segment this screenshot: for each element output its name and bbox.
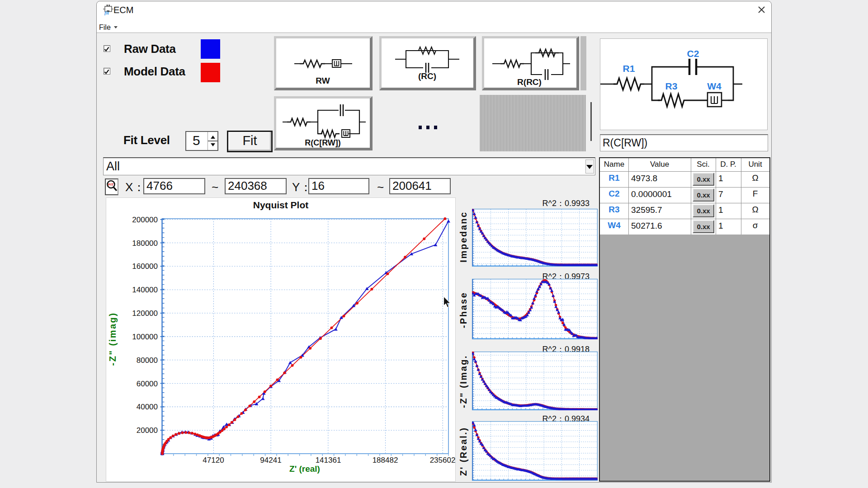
svg-text:(RC): (RC) [418, 71, 436, 81]
svg-text:Nyquist Plot: Nyquist Plot [253, 200, 309, 210]
svg-text:R1: R1 [623, 63, 635, 74]
svg-text:fit: fit [104, 10, 109, 15]
svg-text:20000: 20000 [137, 426, 158, 435]
svg-text:FIT: FIT [108, 183, 114, 187]
svg-text:235602: 235602 [430, 456, 456, 465]
svg-text:-Z" (imag): -Z" (imag) [108, 312, 118, 366]
svg-text:160000: 160000 [132, 262, 158, 271]
svg-text:100000: 100000 [132, 333, 158, 341]
svg-text:R(RC): R(RC) [517, 77, 542, 87]
svg-text:200000: 200000 [132, 216, 158, 224]
svg-text:C2: C2 [687, 48, 699, 59]
svg-text:188482: 188482 [373, 456, 398, 465]
svg-text:47120: 47120 [203, 456, 224, 465]
svg-text:40000: 40000 [137, 403, 158, 411]
svg-text:140000: 140000 [132, 286, 158, 294]
svg-text:94241: 94241 [260, 456, 281, 465]
svg-text:141361: 141361 [316, 456, 341, 465]
svg-text:Z' (real): Z' (real) [289, 464, 320, 474]
svg-text:120000: 120000 [132, 309, 158, 318]
svg-text:60000: 60000 [137, 380, 158, 388]
svg-text:W4: W4 [707, 81, 722, 91]
svg-text:80000: 80000 [137, 356, 158, 365]
svg-text:RW: RW [316, 76, 330, 85]
svg-text:R3: R3 [665, 81, 678, 91]
svg-text:R(C[RW]): R(C[RW]) [305, 138, 341, 147]
svg-text:180000: 180000 [132, 239, 158, 248]
